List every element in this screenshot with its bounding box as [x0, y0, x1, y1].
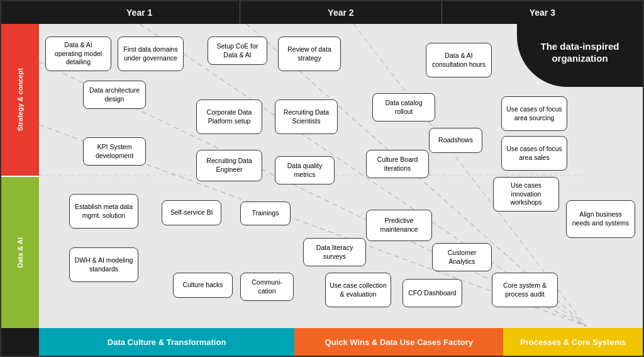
- card-c2: First data domains under governance: [118, 37, 184, 71]
- header-year-2: Year 2: [240, 1, 441, 24]
- main-container: Year 1 Year 2 Year 3 Strategy & concept …: [0, 0, 644, 357]
- card-c19: Self-service BI: [162, 200, 221, 225]
- card-c17: Use cases innovation workshops: [493, 177, 559, 212]
- card-c11: Roadshows: [429, 128, 482, 153]
- label-data: Data & AI: [1, 176, 39, 329]
- card-c8: KPI System development: [83, 137, 146, 166]
- card-c28: Use case collection & evaluation: [325, 273, 391, 307]
- card-c25: Customer Analytics: [432, 243, 492, 271]
- card-c3: Data architecture design: [83, 81, 146, 109]
- dark-corner-text: The data-inspired organization: [517, 34, 643, 77]
- card-c14: Recruiting Data Engineer: [196, 150, 262, 181]
- header-year-3: Year 3: [441, 1, 643, 24]
- label-strategy: Strategy & concept: [1, 24, 39, 176]
- card-c29: CFO Dashboard: [402, 279, 462, 307]
- footer-processes: Processes & Core Systems: [503, 328, 643, 356]
- left-labels: Strategy & concept Data & AI: [1, 24, 39, 328]
- content-area: Strategy & concept Data & AI: [1, 24, 643, 328]
- card-c7: Data catalog rollout: [372, 93, 435, 122]
- header-row: Year 1 Year 2 Year 3: [1, 1, 643, 24]
- card-c21: Predictive maintenance: [366, 210, 432, 241]
- diagram-area: The data-inspired organization Data & AI…: [39, 24, 643, 328]
- footer-spacer: [1, 328, 39, 356]
- card-c12: Use cases of focus area sourcing: [501, 96, 567, 131]
- card-c9: Corporate Data Platform setup: [196, 99, 262, 134]
- dark-corner: The data-inspired organization: [517, 24, 643, 87]
- card-c27: Communi-cation: [240, 273, 294, 301]
- card-c4: Setup CoE for Data & AI: [208, 37, 267, 65]
- card-c13: Use cases of focus area sales: [501, 136, 567, 171]
- card-c20: Trainings: [240, 201, 291, 225]
- card-c5: Review of data strategy: [278, 37, 341, 71]
- card-c10: Recruiting Data Scientists: [275, 99, 338, 134]
- footer-row: Data Culture & Transformation Quick Wins…: [1, 328, 643, 356]
- card-c23: DWH & AI modeling standards: [69, 247, 138, 282]
- footer-culture: Data Culture & Transformation: [39, 328, 294, 356]
- header-years: Year 1 Year 2 Year 3: [39, 1, 643, 24]
- card-c1: Data & AI operating model detailing: [45, 37, 111, 71]
- header-spacer: [1, 1, 39, 24]
- card-c22: Align business needs and systems: [566, 200, 635, 238]
- card-c6: Data & AI consultation hours: [426, 43, 492, 77]
- card-c16: Culture Board iterations: [366, 150, 429, 178]
- header-year-1: Year 1: [39, 1, 240, 24]
- card-c18: Establish meta data mgmt. solution: [69, 194, 138, 229]
- footer-quickwins: Quick Wins & Data Use Cases Factory: [294, 328, 503, 356]
- card-c24: Data literacy surveys: [303, 238, 366, 266]
- card-c15: Data quality metrics: [275, 156, 335, 184]
- card-c26: Culture hacks: [173, 273, 233, 298]
- card-c30: Core system & process audit: [492, 273, 558, 307]
